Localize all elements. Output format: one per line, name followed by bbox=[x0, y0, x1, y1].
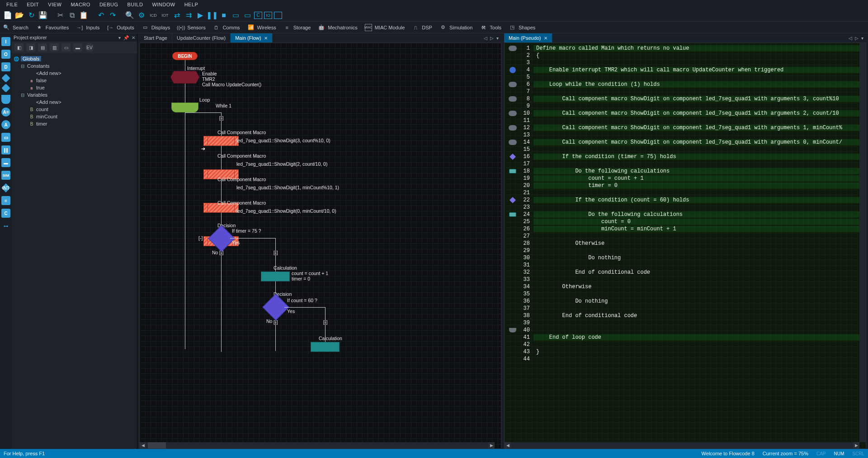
pseudo-line[interactable]: 10 Call component macro ShowDigit on com… bbox=[505, 110, 866, 117]
pseudo-line[interactable]: 3 bbox=[505, 59, 866, 66]
pseudo-line[interactable]: 18 Do the following calculations bbox=[505, 168, 866, 175]
pseudo-line[interactable]: 31 bbox=[505, 262, 866, 269]
view-macros-icon[interactable]: ▤ bbox=[38, 43, 47, 51]
pseudo-line[interactable]: 29 bbox=[505, 247, 866, 254]
icd-icon[interactable]: ICD bbox=[148, 10, 158, 20]
tab-main-flow[interactable]: Main (Flow)✕ bbox=[231, 33, 272, 42]
pseudo-line[interactable]: 42 bbox=[505, 341, 866, 348]
menu-debug[interactable]: DEBUG bbox=[96, 1, 122, 8]
cat-outputs[interactable]: [→Outputs bbox=[107, 24, 134, 31]
pseudo-line[interactable]: 33 bbox=[505, 276, 866, 283]
menu-edit[interactable]: EDIT bbox=[23, 1, 42, 8]
cat-tools[interactable]: 🛠Tools bbox=[480, 24, 501, 31]
step-over-icon[interactable]: ▭ bbox=[242, 10, 252, 20]
close-tab-icon[interactable]: ✕ bbox=[544, 36, 547, 41]
pseudo-line[interactable]: 36 Do nothing bbox=[505, 298, 866, 305]
cmd-sim-icon[interactable]: SIM bbox=[1, 171, 10, 180]
pseudo-line[interactable]: 15 bbox=[505, 146, 866, 153]
pseudo-line[interactable]: 27 bbox=[505, 233, 866, 240]
cat-comms[interactable]: 🗒Comms bbox=[213, 24, 240, 31]
tab-nav-right-icon[interactable]: ▷ bbox=[855, 36, 859, 41]
cat-mechatronics[interactable]: 🤖Mechatronics bbox=[318, 24, 357, 31]
open-file-icon[interactable]: 📂 bbox=[14, 10, 24, 20]
hscroll-right-icon[interactable]: ▶ bbox=[853, 442, 859, 449]
cat-search[interactable]: 🔍Search bbox=[3, 24, 28, 31]
cmd-loop-icon[interactable] bbox=[1, 95, 10, 104]
hscroll-left-icon[interactable]: ◀ bbox=[140, 442, 146, 449]
view-panel-icon[interactable] bbox=[274, 12, 282, 19]
stop-icon[interactable]: ■ bbox=[219, 10, 229, 20]
project-tree[interactable]: 🌐Globals ⊟Constants <Add new> ʙfalse ʙtr… bbox=[12, 53, 137, 449]
view-panel-icon[interactable]: ▭ bbox=[61, 43, 71, 51]
pseudo-line[interactable]: 32 End of conditional code bbox=[505, 269, 866, 276]
menu-macro[interactable]: MACRO bbox=[67, 1, 94, 8]
new-file-icon[interactable]: 📄 bbox=[3, 10, 13, 20]
pseudo-line[interactable]: 14 Call component macro ShowDigit on com… bbox=[505, 139, 866, 146]
tree-addnew-var[interactable]: <Add new> bbox=[14, 98, 137, 106]
tab-start-page[interactable]: Start Page bbox=[139, 33, 172, 42]
pseudo-line[interactable]: 12 Call component macro ShowDigit on com… bbox=[505, 124, 866, 131]
tree-var-count[interactable]: Bcount bbox=[14, 106, 137, 113]
view-ev-icon[interactable]: EV bbox=[85, 43, 94, 51]
link-icon[interactable]: ⇄ bbox=[172, 10, 182, 20]
panel-pin-icon[interactable]: 📌 bbox=[123, 35, 129, 40]
menu-view[interactable]: VIEW bbox=[44, 1, 65, 8]
hscroll-thumb[interactable] bbox=[148, 442, 166, 449]
tree-addnew-const[interactable]: <Add new> bbox=[14, 70, 137, 77]
pause-icon[interactable]: ❚❚ bbox=[207, 10, 217, 20]
tab-list-icon[interactable]: ▾ bbox=[861, 36, 863, 41]
compile-chip-icon[interactable]: ⚙ bbox=[137, 10, 146, 20]
menu-help[interactable]: HELP bbox=[181, 1, 202, 8]
pseudo-line[interactable]: 11 bbox=[505, 117, 866, 124]
flow-calc-1[interactable] bbox=[261, 271, 290, 281]
pseudo-line[interactable]: 24 Do the following calculations bbox=[505, 211, 866, 218]
tree-var-mincount[interactable]: BminCount bbox=[14, 113, 137, 120]
copy-icon[interactable]: ⧉ bbox=[67, 10, 77, 20]
cmd-input-icon[interactable]: I bbox=[1, 37, 10, 46]
pseudo-line[interactable]: 2{ bbox=[505, 52, 866, 59]
cmd-delay-icon[interactable]: D bbox=[1, 62, 10, 71]
cmd-code-icon[interactable]: ≡ bbox=[1, 196, 10, 205]
pseudo-line[interactable]: 7 bbox=[505, 88, 866, 95]
pseudo-vscrollbar[interactable] bbox=[859, 43, 866, 442]
tree-var-timer[interactable]: Btimer bbox=[14, 120, 137, 127]
tree-const-false[interactable]: ʙfalse bbox=[14, 77, 137, 84]
pseudo-line[interactable]: 16 If the condition (timer = 75) holds bbox=[505, 153, 866, 160]
hscroll-right-icon[interactable]: ▶ bbox=[488, 442, 495, 449]
flow-begin[interactable]: BEGIN bbox=[172, 52, 198, 60]
cmd-string-icon[interactable]: ▭ bbox=[1, 133, 10, 142]
view-c-icon[interactable]: C bbox=[254, 12, 262, 19]
panel-dropdown-icon[interactable]: ▾ bbox=[118, 35, 121, 40]
cat-sensors[interactable]: ((•))Sensors bbox=[177, 24, 205, 31]
cat-wireless[interactable]: 📶Wireless bbox=[247, 24, 276, 31]
cat-inputs[interactable]: →]Inputs bbox=[76, 24, 99, 31]
pseudo-code-view[interactable]: 1Define macro called Main which returns … bbox=[504, 42, 866, 449]
tab-updatecounter[interactable]: UpdateCounter (Flow) bbox=[172, 33, 231, 42]
run-icon[interactable]: ▶ bbox=[195, 10, 205, 20]
flow-calc-2[interactable] bbox=[311, 342, 340, 352]
tree-const-true[interactable]: ʙtrue bbox=[14, 84, 137, 91]
flowchart-canvas[interactable]: BEGIN Interrupt Enable TMR2 Call Macro U… bbox=[139, 42, 501, 449]
pseudo-line[interactable]: 20 timer = 0 bbox=[505, 182, 866, 189]
cmd-comment-icon[interactable]: C bbox=[1, 209, 10, 218]
save-icon[interactable]: 💾 bbox=[38, 10, 48, 20]
pseudo-line[interactable]: 34 Otherwise bbox=[505, 283, 866, 290]
tab-nav-left-icon[interactable]: ◁ bbox=[849, 36, 852, 41]
pseudo-line[interactable]: 21 bbox=[505, 189, 866, 196]
cat-storage[interactable]: ≡Storage bbox=[283, 24, 311, 31]
pseudo-line[interactable]: 39 bbox=[505, 319, 866, 327]
pseudo-line[interactable]: 5 bbox=[505, 74, 866, 81]
cmd-decision-icon[interactable] bbox=[1, 74, 10, 83]
flow-loop[interactable] bbox=[171, 103, 198, 112]
canvas-hscrollbar[interactable]: ◀ ▶ bbox=[140, 442, 495, 449]
tree-variables[interactable]: ⊟Variables bbox=[14, 91, 137, 98]
cat-displays[interactable]: ▭Displays bbox=[142, 24, 170, 31]
cat-shapes[interactable]: ◳Shapes bbox=[509, 24, 535, 31]
menu-window[interactable]: WINDOW bbox=[148, 1, 179, 8]
close-tab-icon[interactable]: ✕ bbox=[264, 36, 268, 41]
view-globals-icon[interactable]: ◨ bbox=[26, 43, 35, 51]
pseudo-line[interactable]: 26 minCount = minCount + 1 bbox=[505, 225, 866, 233]
cat-favourites[interactable]: ★Favourites bbox=[36, 24, 69, 31]
view-ports-icon[interactable]: ◧ bbox=[14, 43, 24, 51]
flow-interrupt[interactable] bbox=[170, 71, 199, 84]
